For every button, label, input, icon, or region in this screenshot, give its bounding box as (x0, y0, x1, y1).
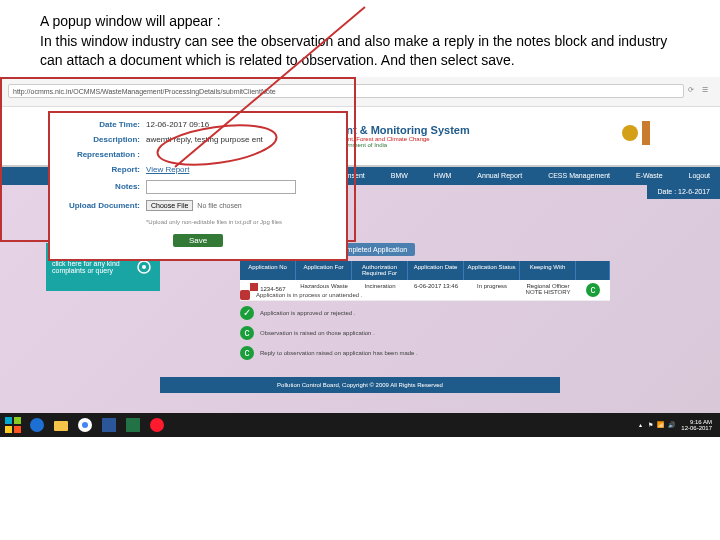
save-button[interactable]: Save (173, 234, 223, 247)
svg-point-14 (150, 418, 164, 432)
folder-icon[interactable] (52, 416, 70, 434)
svg-rect-7 (14, 426, 21, 433)
legend: Application is in process or unattended … (240, 287, 610, 363)
view-report-link[interactable]: View Report (146, 165, 189, 174)
upload-label: Upload Document: (58, 201, 146, 210)
description-label: Description: (58, 135, 146, 144)
svg-rect-12 (102, 418, 116, 432)
excel-icon[interactable] (124, 416, 142, 434)
th-app-date: Application Date (408, 261, 464, 280)
report-label: Report: (58, 165, 146, 174)
svg-point-11 (82, 422, 88, 428)
site-footer: Pollution Control Board, Copyright © 200… (160, 377, 560, 393)
tray-volume-icon[interactable]: 🔊 (667, 421, 675, 429)
browser-chrome: http://ocmms.nic.in/OCMMS/WasteManagemen… (0, 77, 720, 107)
description-value: awemti reply, testing purpose ent (146, 135, 263, 144)
svg-rect-13 (126, 418, 140, 432)
refresh-icon[interactable]: ⟳ (688, 86, 698, 96)
clock-date: 12-06-2017 (681, 425, 712, 431)
tray-network-icon[interactable]: 📶 (656, 421, 664, 429)
svg-rect-6 (5, 426, 12, 433)
tray-flag-icon[interactable]: ⚑ (645, 421, 653, 429)
choose-file-button[interactable]: Choose File (146, 200, 193, 211)
th-action (576, 261, 610, 280)
svg-rect-5 (14, 417, 21, 424)
notes-input[interactable] (146, 180, 296, 194)
notes-label: Notes: (58, 182, 146, 191)
ie-icon[interactable] (28, 416, 46, 434)
legend-1: Application is in process or unattended … (256, 292, 362, 298)
nav-annual-report[interactable]: Annual Report (477, 172, 522, 179)
tray-up-icon[interactable]: ▴ (634, 421, 642, 429)
svg-point-0 (622, 125, 638, 141)
nav-bmw[interactable]: BMW (391, 172, 408, 179)
th-auth-for: Authorization Required For (352, 261, 408, 280)
legend-reply-icon: c (240, 346, 254, 360)
chrome-icon[interactable] (76, 416, 94, 434)
national-emblem-icon (620, 113, 660, 153)
browser-screenshot: http://ocmms.nic.in/OCMMS/WasteManagemen… (0, 77, 720, 437)
upload-hint: *Upload only non-editable files in txt,p… (146, 219, 282, 225)
no-file-text: No file chosen (197, 202, 241, 209)
representation-label: Representation : (58, 150, 146, 159)
svg-rect-4 (5, 417, 12, 424)
legend-red-icon (240, 290, 250, 300)
legend-3: Observation is raised on those applicati… (260, 330, 375, 336)
start-button[interactable] (4, 416, 22, 434)
complaints-text: click here for any kind complaints or qu… (52, 260, 120, 274)
date-bar: Date : 12-6-2017 (647, 185, 720, 199)
address-bar[interactable]: http://ocmms.nic.in/OCMMS/WasteManagemen… (8, 84, 684, 98)
th-app-no: Application No (240, 261, 296, 280)
svg-point-8 (30, 418, 44, 432)
th-keeping-with: Keeping With (520, 261, 576, 280)
opera-icon[interactable] (148, 416, 166, 434)
nav-ewaste[interactable]: E-Waste (636, 172, 663, 179)
th-app-for: Application For (296, 261, 352, 280)
nav-hwm[interactable]: HWM (434, 172, 452, 179)
svg-rect-9 (54, 421, 68, 431)
legend-4: Reply to observation raised on applicati… (260, 350, 418, 356)
nav-cess[interactable]: CESS Management (548, 172, 610, 179)
legend-2: Application is approved or rejected . (260, 310, 355, 316)
nav-logout[interactable]: Logout (689, 172, 710, 179)
word-icon[interactable] (100, 416, 118, 434)
svg-point-3 (142, 265, 146, 269)
date-time-value: 12-06-2017 09:16 (146, 120, 209, 129)
instruction-text: A popup window will appear : In this win… (0, 0, 720, 77)
observation-popup: Date Time: 12-06-2017 09:16 Description:… (48, 111, 348, 261)
legend-green-icon: ✓ (240, 306, 254, 320)
date-time-label: Date Time: (58, 120, 146, 129)
legend-obs-icon: c (240, 326, 254, 340)
menu-icon[interactable]: ☰ (702, 86, 712, 96)
th-app-status: Application Status (464, 261, 520, 280)
windows-taskbar: ▴ ⚑ 📶 🔊 9:16 AM 12-06-2017 (0, 413, 720, 437)
